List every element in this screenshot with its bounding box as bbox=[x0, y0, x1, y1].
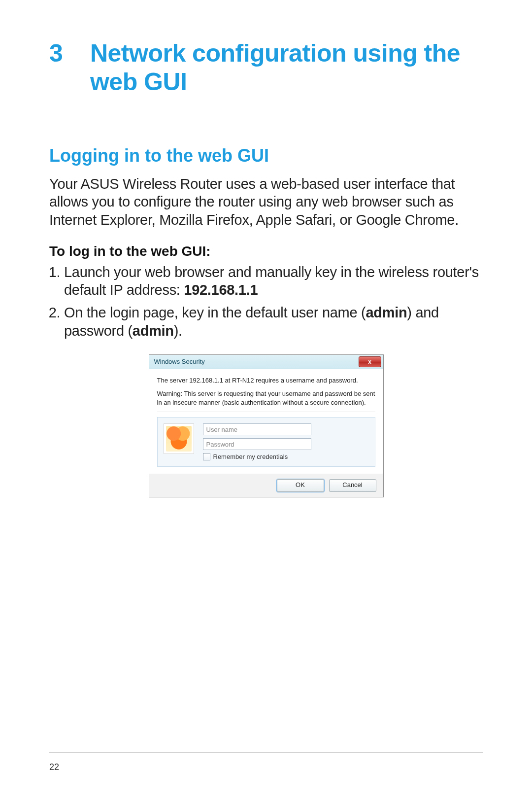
step-1-ip: 192.168.1.1 bbox=[184, 282, 258, 298]
step-2-admin-1: admin bbox=[366, 305, 407, 320]
dialog-message-1: The server 192.168.1.1 at RT-N12 require… bbox=[157, 376, 375, 385]
ok-button[interactable]: OK bbox=[277, 479, 324, 492]
chapter-number: 3 bbox=[49, 39, 90, 68]
close-icon: x bbox=[368, 359, 371, 365]
step-1: Launch your web browser and manually key… bbox=[64, 263, 483, 299]
credentials-box: User name Password Remember my credentia… bbox=[157, 417, 375, 467]
dialog-message-2: Warning: This server is requesting that … bbox=[157, 389, 375, 407]
section-title: Logging in to the web GUI bbox=[49, 145, 483, 166]
checkbox-icon[interactable] bbox=[203, 453, 210, 460]
subheading: To log in to the web GUI: bbox=[49, 244, 483, 259]
chapter-heading: 3 Network configuration using the web GU… bbox=[49, 39, 483, 96]
user-avatar-icon bbox=[164, 423, 194, 454]
footer-divider bbox=[49, 752, 483, 753]
step-2: On the login page, key in the default us… bbox=[64, 304, 483, 340]
remember-label: Remember my credentials bbox=[213, 453, 288, 460]
password-input[interactable]: Password bbox=[203, 438, 311, 450]
step-2-text-c: ). bbox=[174, 323, 182, 339]
dialog-title: Windows Security bbox=[154, 358, 205, 365]
dialog-footer: OK Cancel bbox=[149, 474, 383, 497]
dialog-separator bbox=[157, 412, 375, 412]
steps-list: Launch your web browser and manually key… bbox=[49, 263, 483, 340]
close-button[interactable]: x bbox=[359, 356, 381, 367]
step-2-text-a: On the login page, key in the default us… bbox=[64, 305, 366, 320]
cancel-button[interactable]: Cancel bbox=[329, 479, 376, 492]
intro-paragraph: Your ASUS Wireless Router uses a web-bas… bbox=[49, 175, 483, 229]
username-input[interactable]: User name bbox=[203, 423, 311, 435]
step-2-admin-2: admin bbox=[133, 323, 174, 339]
dialog-titlebar: Windows Security x bbox=[149, 355, 383, 369]
chapter-title: Network configuration using the web GUI bbox=[90, 39, 483, 96]
step-1-text: Launch your web browser and manually key… bbox=[64, 264, 479, 298]
remember-checkbox-row[interactable]: Remember my credentials bbox=[203, 453, 369, 460]
windows-security-dialog: Windows Security x The server 192.168.1.… bbox=[149, 354, 384, 498]
page-number: 22 bbox=[49, 762, 59, 772]
